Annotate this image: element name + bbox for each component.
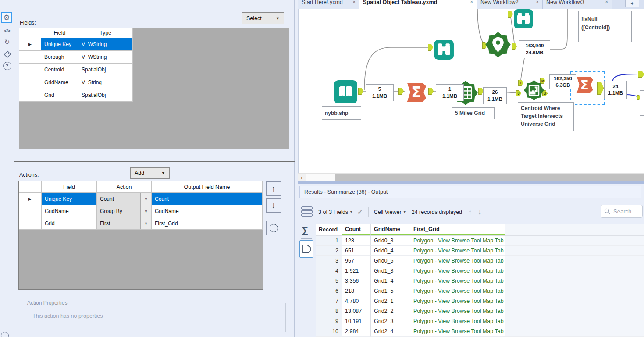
output-field-name-cell[interactable]: GridName <box>152 205 263 217</box>
fields-dropdown[interactable]: 3 of 3 Fields <box>318 209 348 215</box>
fields-table-row[interactable]: CentroidSpatialObj <box>19 64 289 76</box>
field-name-cell[interactable]: Grid <box>41 89 78 102</box>
field-type-cell[interactable]: V_String <box>78 76 133 89</box>
run-refresh-icon[interactable]: ↻ <box>1 37 13 47</box>
first-grid-cell[interactable]: Polygon - View Browse Tool Map Tab <box>410 326 505 337</box>
gridname-cell[interactable]: Grid0_4 <box>371 246 410 256</box>
summarize-tool[interactable]: Σ <box>404 80 428 106</box>
count-cell[interactable]: 651 <box>342 246 371 256</box>
first-grid-cell[interactable]: Polygon - View Browse Tool Map Tab <box>410 236 505 246</box>
field-type-cell[interactable]: V_WString <box>78 51 133 64</box>
select-dropdown-button[interactable]: Select ▼ <box>242 12 284 24</box>
row-selector-cell[interactable] <box>19 217 42 230</box>
record-count-badge[interactable]: 163,94924.6MB <box>519 40 550 58</box>
help-icon[interactable]: ? <box>1 60 13 71</box>
action-dropdown[interactable]: Count∨ <box>97 193 152 205</box>
field-name-cell[interactable]: Unique Key <box>41 38 78 51</box>
filter-annotation[interactable]: !IsNull ([Centroid]) <box>578 11 632 42</box>
results-data-row[interactable]: 910,191Grid2_3Polygon - View Browse Tool… <box>316 316 644 326</box>
count-cell[interactable]: 1,921 <box>342 266 371 276</box>
gridname-cell[interactable]: Grid2_3 <box>371 316 410 326</box>
search-box[interactable] <box>601 205 643 218</box>
gridname-cell[interactable]: Grid2_2 <box>371 306 410 316</box>
action-field-cell[interactable]: GridName <box>42 205 97 217</box>
output-field-name-cell[interactable]: Count <box>152 193 263 205</box>
row-selector-cell[interactable]: ▶ <box>19 38 41 51</box>
tab-spatial-object-tableau[interactable]: Spatial Object Tableau.yxmd × <box>359 0 477 9</box>
browse-tool[interactable] <box>434 39 454 61</box>
fields-table-row[interactable]: GridNameV_String <box>19 76 289 89</box>
actions-table-row[interactable]: GridNameGroup By∨GridName <box>19 205 263 217</box>
apply-check-icon[interactable]: ✓ <box>357 208 363 216</box>
scrollbar-thumb[interactable] <box>335 174 644 181</box>
scroll-up-records-icon[interactable]: ↑ <box>468 208 472 216</box>
configuration-tab-gear-icon[interactable]: ⚙ <box>1 12 12 23</box>
first-grid-cell[interactable]: Polygon - View Browse Tool Map Tab <box>410 246 505 256</box>
record-cell[interactable]: 1 <box>316 236 342 246</box>
search-input[interactable] <box>612 208 640 215</box>
close-icon[interactable]: × <box>605 0 608 4</box>
results-data-row[interactable]: 3957Grid0_5Polygon - View Browse Tool Ma… <box>316 256 644 266</box>
record-cell[interactable]: 7 <box>316 296 342 306</box>
results-column-header[interactable]: First_Grid <box>410 224 505 235</box>
action-field-cell[interactable]: Grid <box>42 217 97 230</box>
browse-tool[interactable] <box>513 9 534 30</box>
chevron-down-icon[interactable]: ∨ <box>140 217 151 229</box>
row-selector-cell[interactable] <box>19 205 42 217</box>
gridname-cell[interactable]: Grid1_5 <box>371 286 410 296</box>
count-cell[interactable]: 3,356 <box>342 276 371 286</box>
count-cell[interactable]: 2,984 <box>342 326 371 337</box>
first-grid-cell[interactable]: Polygon - View Browse Tool Map Tab <box>410 306 505 316</box>
input-data-tool[interactable] <box>334 80 358 105</box>
gridname-cell[interactable]: Grid2_1 <box>371 296 410 306</box>
output-field-name-cell[interactable]: First_Grid <box>152 217 263 230</box>
scroll-down-records-icon[interactable]: ↓ <box>478 208 481 216</box>
count-cell[interactable]: 957 <box>342 256 371 266</box>
fields-table-row[interactable]: GridSpatialObj <box>19 89 289 102</box>
row-selector-cell[interactable] <box>19 89 41 102</box>
field-name-cell[interactable]: Centroid <box>41 64 78 76</box>
close-icon[interactable]: × <box>536 0 539 4</box>
spatial-match-annotation[interactable]: Centroid Where Target Intersects Univers… <box>518 102 574 131</box>
first-grid-cell[interactable]: Polygon - View Browse Tool Map Tab <box>410 266 505 276</box>
actions-table[interactable]: FieldActionOutput Field Name▶Unique KeyC… <box>18 181 263 290</box>
move-down-button[interactable]: ↓ <box>266 198 281 213</box>
field-type-cell[interactable]: V_WString <box>78 38 133 51</box>
canvas-horizontal-scrollbar[interactable]: ‹ <box>298 173 644 181</box>
record-cell[interactable]: 2 <box>316 246 342 256</box>
fields-table[interactable]: FieldType▶Unique KeyV_WStringBoroughV_WS… <box>19 28 289 149</box>
action-dropdown[interactable]: Group By∨ <box>97 205 152 217</box>
results-data-row[interactable]: 74,780Grid2_1Polygon - View Browse Tool … <box>316 296 644 306</box>
record-count-badge[interactable]: 162,3506.3GB <box>549 74 576 89</box>
close-icon[interactable]: × <box>353 0 356 4</box>
count-cell[interactable]: 4,780 <box>342 296 371 306</box>
record-count-badge[interactable]: 261.1MB <box>483 87 507 104</box>
summarize-output-icon[interactable]: ∑ <box>302 225 308 235</box>
first-grid-cell[interactable]: Polygon - View Browse Tool Map Tab <box>410 286 505 296</box>
tab-start-here[interactable]: Start Here!.yxmd × <box>298 0 359 9</box>
action-dropdown[interactable]: First∨ <box>97 217 152 230</box>
fields-table-row[interactable]: BoroughV_WString <box>19 51 289 64</box>
gridname-cell[interactable]: Grid0_5 <box>371 256 410 266</box>
cell-viewer-dropdown[interactable]: Cell Viewer <box>374 209 402 215</box>
count-cell[interactable]: 10,191 <box>342 316 371 326</box>
remove-action-button[interactable]: − <box>266 221 281 235</box>
results-data-row[interactable]: 53,356Grid1_4Polygon - View Browse Tool … <box>316 276 644 286</box>
gridname-cell[interactable]: Grid1_3 <box>371 266 410 276</box>
spatial-match-tool[interactable] <box>523 80 544 102</box>
panel-splitter[interactable] <box>14 161 295 162</box>
add-dropdown-button[interactable]: Add ▼ <box>130 167 170 179</box>
first-grid-cell[interactable]: Polygon - View Browse Tool Map Tab <box>410 256 505 266</box>
gridname-cell[interactable]: Grid1_4 <box>371 276 410 286</box>
first-grid-cell[interactable]: Polygon - View Browse Tool Map Tab <box>410 316 505 326</box>
spatial-view-toggle[interactable] <box>299 240 313 258</box>
record-cell[interactable]: 9 <box>316 316 342 326</box>
results-data-row[interactable]: 102,984Grid2_4Polygon - View Browse Tool… <box>316 326 644 337</box>
results-data-row[interactable]: 1128Grid0_3Polygon - View Browse Tool Ma… <box>316 236 644 246</box>
chevron-down-icon[interactable]: ∨ <box>140 193 151 205</box>
field-type-cell[interactable]: SpatialObj <box>78 89 133 102</box>
actions-table-row[interactable]: GridFirst∨First_Grid <box>19 217 263 230</box>
field-name-cell[interactable]: Borough <box>41 51 78 64</box>
count-cell[interactable]: 128 <box>342 236 371 246</box>
row-selector-cell[interactable] <box>19 76 41 89</box>
